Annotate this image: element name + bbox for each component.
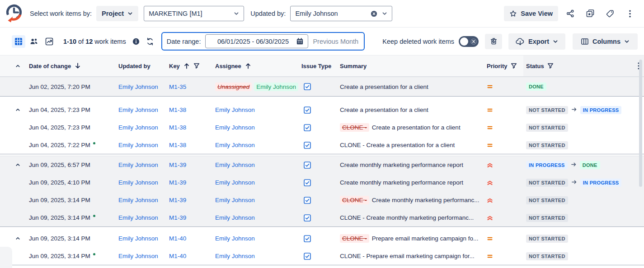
- project-select[interactable]: MARKETING [M1]: [144, 6, 244, 21]
- people-view-toggle[interactable]: [27, 35, 41, 48]
- table-row: Jun 09, 2025, 3:14 PMEmily JohnsonM1-40E…: [0, 230, 644, 247]
- column-header-date-of-change[interactable]: Date of change: [29, 62, 118, 69]
- more-menu-kebab-icon[interactable]: [622, 6, 638, 21]
- table-row: Jun 04, 2025, 7:23 PMEmily JohnsonM1-38E…: [0, 101, 644, 119]
- status-cell: IN PROGRESSDONE: [526, 161, 630, 169]
- updated-by-link[interactable]: Emily Johnson: [118, 253, 158, 259]
- header-kebab-menu-icon[interactable]: [630, 62, 639, 69]
- status-cell: NOT STARTEDIN PROGRESS: [526, 179, 630, 187]
- key-link[interactable]: M1-39: [169, 197, 186, 203]
- assignee-link[interactable]: Emily Johnson: [215, 214, 255, 221]
- date-range-input[interactable]: 06/01/2025 - 06/30/2025: [205, 34, 308, 48]
- export-label: Export: [528, 38, 549, 45]
- keep-deleted-toggle[interactable]: [459, 36, 479, 47]
- assignee-link[interactable]: Emily Johnson: [215, 142, 255, 148]
- column-header-key[interactable]: Key: [169, 62, 215, 69]
- date-cell: Jun 09, 2025, 3:14 PM: [29, 214, 118, 221]
- sort-desc-arrow-icon[interactable]: [74, 62, 81, 69]
- task-type-icon: [304, 124, 311, 131]
- status-transition-arrow-icon: [571, 162, 577, 169]
- chart-view-toggle[interactable]: [42, 35, 56, 48]
- issue-type-cell: [301, 124, 340, 131]
- sort-asc-arrow-icon[interactable]: [183, 62, 190, 69]
- refresh-icon[interactable]: [146, 37, 154, 46]
- filter-funnel-icon[interactable]: [547, 63, 554, 69]
- key-link[interactable]: M1-38: [169, 124, 186, 131]
- updated-by-cell: Emily Johnson: [118, 142, 169, 148]
- date-range-filter: Date range: 06/01/2025 - 06/30/2025 Prev…: [161, 32, 365, 51]
- collapse-group-button[interactable]: [15, 236, 20, 241]
- key-link[interactable]: M1-39: [169, 162, 186, 168]
- assignee-link[interactable]: Emily Johnson: [215, 106, 255, 113]
- task-type-icon: [304, 162, 311, 169]
- updated-by-link[interactable]: Emily Johnson: [118, 162, 158, 168]
- collapse-all-control[interactable]: [13, 64, 29, 69]
- assignee-link[interactable]: Emily Johnson: [215, 124, 255, 131]
- key-link[interactable]: M1-35: [169, 83, 186, 90]
- filter-funnel-icon[interactable]: [511, 63, 517, 69]
- assignee-link[interactable]: Emily Johnson: [215, 179, 255, 186]
- vertical-scrollbar[interactable]: [639, 60, 642, 187]
- column-header-issue-type[interactable]: Issue Type: [301, 63, 340, 69]
- info-icon[interactable]: [132, 38, 140, 45]
- task-type-icon: [304, 235, 311, 242]
- column-header-priority[interactable]: Priority: [483, 63, 526, 69]
- updated-by-link[interactable]: Emily Johnson: [118, 179, 158, 186]
- column-header-summary[interactable]: Summary: [340, 63, 483, 69]
- created-indicator-dot: [93, 215, 95, 217]
- status-badge: IN PROGRESS: [580, 179, 622, 187]
- column-header-assignee[interactable]: Assignee: [215, 62, 301, 69]
- updated-by-link[interactable]: Emily Johnson: [118, 124, 158, 131]
- calendar-icon[interactable]: [296, 37, 304, 45]
- key-cell: M1-39: [169, 197, 215, 203]
- column-header-status[interactable]: Status: [526, 63, 630, 69]
- key-link[interactable]: M1-40: [169, 253, 186, 259]
- scope-dropdown-button[interactable]: Project: [96, 6, 138, 21]
- task-type-icon: [304, 179, 311, 186]
- table-view-toggle[interactable]: [12, 35, 25, 48]
- key-link[interactable]: M1-38: [169, 142, 186, 148]
- sort-asc-arrow-icon[interactable]: [244, 62, 252, 69]
- updated-by-link[interactable]: Emily Johnson: [118, 83, 158, 90]
- status-cell: NOT STARTED: [526, 141, 630, 149]
- collapse-group-button[interactable]: [15, 162, 20, 167]
- key-link[interactable]: M1-39: [169, 214, 186, 221]
- share-icon[interactable]: [563, 6, 578, 21]
- assignee-link[interactable]: Emily Johnson: [215, 162, 255, 168]
- updated-by-link[interactable]: Emily Johnson: [118, 235, 158, 242]
- tag-icon[interactable]: [602, 6, 618, 21]
- summary-cell: CLONE -Create a presentation for a clien…: [340, 123, 483, 132]
- cloud-download-icon: [516, 37, 525, 46]
- status-badge: NOT STARTED: [526, 214, 568, 222]
- updated-by-link[interactable]: Emily Johnson: [118, 142, 158, 148]
- updated-by-cell: Emily Johnson: [118, 106, 169, 113]
- updated-by-cell: Emily Johnson: [118, 235, 169, 242]
- collapse-group-button[interactable]: [15, 107, 20, 112]
- work-items-count: 1-10 of 12 work items: [63, 38, 126, 45]
- key-link[interactable]: M1-40: [169, 235, 186, 242]
- save-view-button[interactable]: Save View: [504, 6, 558, 21]
- key-link[interactable]: M1-38: [169, 106, 186, 113]
- delete-trash-button[interactable]: [485, 34, 502, 49]
- updated-by-select[interactable]: Emily Johnson: [290, 6, 392, 21]
- export-button[interactable]: Export: [508, 33, 565, 50]
- clear-filter-icon[interactable]: [371, 10, 377, 17]
- updated-by-link[interactable]: Emily Johnson: [118, 106, 158, 113]
- filter-funnel-icon[interactable]: [193, 63, 200, 69]
- columns-button[interactable]: Columns: [573, 33, 638, 50]
- assignee-link[interactable]: Emily Johnson: [215, 197, 255, 203]
- summary-text: CLONE - Create a presentation for a clie…: [340, 142, 455, 148]
- updated-by-cell: Emily Johnson: [118, 162, 169, 168]
- status-badge: NOT STARTED: [526, 252, 568, 260]
- assignee-link[interactable]: Emily Johnson: [215, 235, 255, 242]
- assignee-link[interactable]: Emily Johnson: [215, 253, 255, 259]
- summary-text: CLONE - Create monthly marketing perform…: [340, 214, 474, 221]
- column-header-updated-by[interactable]: Updated by: [118, 63, 169, 69]
- status-badge: NOT STARTED: [526, 124, 568, 132]
- task-type-icon: [304, 253, 311, 260]
- key-link[interactable]: M1-39: [169, 179, 186, 186]
- status-transition-arrow-icon: [571, 106, 577, 114]
- updated-by-link[interactable]: Emily Johnson: [118, 197, 158, 203]
- updated-by-link[interactable]: Emily Johnson: [118, 214, 158, 221]
- saved-views-icon[interactable]: [583, 6, 598, 21]
